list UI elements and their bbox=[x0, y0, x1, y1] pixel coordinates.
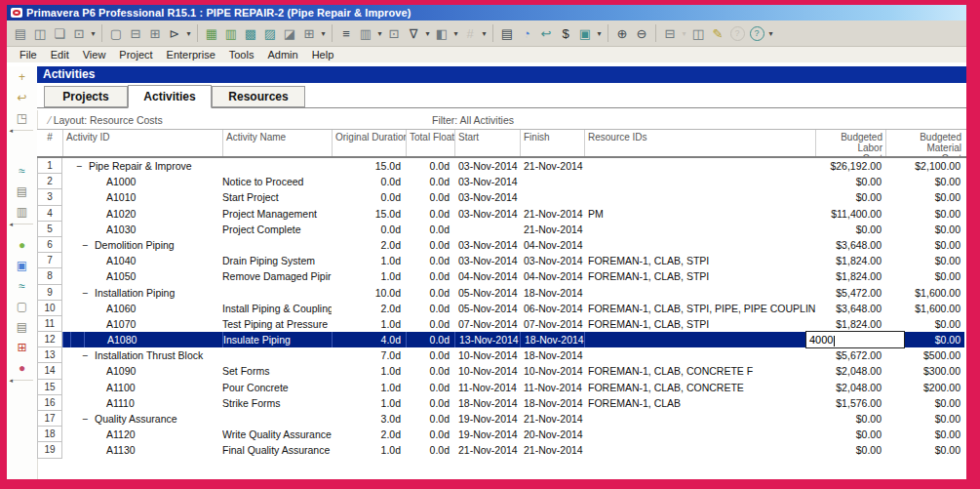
table-row-group[interactable]: 9−Installation Piping10.0d0.0d05-Nov-201… bbox=[37, 285, 966, 301]
assign-dropdown[interactable]: ▾ bbox=[595, 23, 604, 43]
resource-ids[interactable] bbox=[584, 174, 815, 189]
start-date[interactable]: 05-Nov-2014 bbox=[454, 301, 520, 316]
start-date[interactable]: 07-Nov-2014 bbox=[454, 316, 520, 332]
resource-ids[interactable] bbox=[584, 332, 815, 347]
resource-ids[interactable] bbox=[584, 411, 815, 427]
menu-enterprise[interactable]: Enterprise bbox=[160, 49, 222, 61]
finish-date[interactable]: 04-Nov-2014 bbox=[520, 268, 584, 284]
total-float[interactable]: 0.0d bbox=[406, 222, 454, 237]
activity-name[interactable]: Insulate Piping bbox=[222, 332, 332, 347]
activity-name[interactable]: Write Quality Assurance bbox=[222, 427, 332, 442]
columns-dropdown[interactable]: ▾ bbox=[375, 23, 384, 43]
activity-name[interactable]: Install Piping & Coupling: bbox=[222, 301, 332, 316]
notebook-icon[interactable]: ✎ bbox=[708, 23, 727, 43]
table-row[interactable]: 2A1000Notice to Proceed0.0d0.0d03-Nov-20… bbox=[37, 174, 966, 189]
resource-ids[interactable]: FOREMAN-1, CLAB, STPI bbox=[584, 253, 815, 268]
resource-ids[interactable] bbox=[584, 189, 815, 205]
total-float[interactable]: 0.0d bbox=[406, 427, 454, 442]
new-window-icon[interactable]: ▢ bbox=[106, 23, 126, 43]
total-float[interactable]: 0.0d bbox=[406, 237, 454, 253]
activity-id[interactable]: A1010 bbox=[62, 189, 222, 205]
finish-date[interactable]: 21-Nov-2014 bbox=[520, 158, 584, 174]
activity-id[interactable]: A1100 bbox=[62, 380, 222, 395]
detach-window-icon[interactable]: ⊟ bbox=[126, 23, 145, 43]
total-float[interactable]: 0.0d bbox=[406, 301, 454, 316]
budgeted-material-cost[interactable]: $500.00 bbox=[885, 347, 964, 363]
original-duration[interactable]: 2.0d bbox=[332, 237, 406, 253]
budgeted-labor-cost[interactable]: $0.00 bbox=[815, 222, 885, 237]
finish-date[interactable]: 06-Nov-2014 bbox=[520, 301, 584, 316]
activity-id[interactable]: A1090 bbox=[62, 363, 222, 379]
budgeted-labor-cost[interactable]: $5,672.00 bbox=[815, 347, 885, 363]
start-date[interactable]: 05-Nov-2014 bbox=[454, 285, 520, 301]
activity-details-icon[interactable]: ▤ bbox=[497, 23, 517, 43]
column-header-resource-ids[interactable]: Resource IDs bbox=[584, 130, 815, 156]
wbs-view-icon[interactable]: ▥ bbox=[221, 23, 241, 43]
activity-id[interactable]: A1050 bbox=[62, 268, 222, 284]
total-float[interactable]: 0.0d bbox=[406, 206, 454, 222]
finish-date[interactable]: 03-Nov-2014 bbox=[520, 253, 584, 268]
collapse-toggle-icon[interactable]: − bbox=[75, 158, 83, 174]
horizontal-split-icon[interactable]: ⊟ bbox=[660, 23, 680, 43]
table-row[interactable]: 14A1090Set Forms1.0d0.0d10-Nov-201410-No… bbox=[37, 363, 966, 379]
help-dropdown[interactable]: ▾ bbox=[766, 23, 775, 43]
collapse-toggle-icon[interactable]: − bbox=[81, 411, 89, 427]
start-date[interactable]: 10-Nov-2014 bbox=[454, 363, 520, 379]
table-row[interactable]: 7A1040Drain Piping System1.0d0.0d03-Nov-… bbox=[37, 253, 966, 268]
finish-date[interactable]: 21-Nov-2014 bbox=[520, 442, 584, 458]
activity-id[interactable]: A1070 bbox=[62, 316, 222, 332]
resource-ids[interactable]: FOREMAN-1, CLAB, CONCRETE F bbox=[584, 363, 815, 379]
find-dropdown[interactable]: ▾ bbox=[480, 23, 489, 43]
budgeted-labor-cost[interactable]: $3,648.00 bbox=[815, 237, 885, 253]
original-duration[interactable]: 0.0d bbox=[332, 222, 406, 237]
budgeted-labor-cost[interactable]: $1,824.00 bbox=[815, 316, 885, 332]
column-header--[interactable]: # bbox=[37, 130, 62, 156]
schedule-icon[interactable]: ≈ bbox=[14, 160, 31, 181]
menu-edit[interactable]: Edit bbox=[44, 49, 76, 61]
copy-icon[interactable]: ▣ bbox=[14, 255, 31, 275]
views-dropdown-icon[interactable]: ⊞ bbox=[299, 23, 319, 43]
activity-id[interactable]: −Installation Thrust Block bbox=[62, 347, 222, 363]
activity-name[interactable]: Final Quality Assurance bbox=[222, 442, 332, 458]
original-duration[interactable]: 4.0d bbox=[332, 332, 406, 347]
resource-ids[interactable] bbox=[584, 222, 815, 237]
activity-name[interactable] bbox=[222, 237, 332, 253]
finish-date[interactable]: 21-Nov-2014 bbox=[520, 206, 584, 222]
activity-id[interactable]: A1130 bbox=[62, 442, 222, 458]
budgeted-labor-cost[interactable]: $0.00 bbox=[815, 174, 885, 189]
activity-name[interactable] bbox=[222, 285, 332, 301]
budgeted-material-cost[interactable]: $0.00 bbox=[885, 222, 964, 237]
resource-ids[interactable]: FOREMAN-1, CLAB, STPI, PIPE, PIPE COUPLI… bbox=[584, 301, 815, 316]
activity-id[interactable]: A1060 bbox=[62, 301, 222, 316]
columns-icon[interactable]: ▥ bbox=[356, 23, 375, 43]
activity-id[interactable]: −Quality Assurance bbox=[62, 411, 222, 427]
budgeted-labor-cost[interactable]: $1,824.00 bbox=[815, 253, 885, 268]
activity-name[interactable]: Strike Forms bbox=[222, 395, 332, 411]
collapse-toggle-icon[interactable]: − bbox=[81, 347, 89, 363]
budgeted-material-cost[interactable]: $1,600.00 bbox=[885, 285, 964, 301]
start-date[interactable]: 21-Nov-2014 bbox=[454, 442, 520, 458]
activity-id[interactable]: −Demolition Piping bbox=[62, 237, 222, 253]
start-date[interactable]: 04-Nov-2014 bbox=[454, 268, 520, 284]
clipboard-icon[interactable]: ▤ bbox=[14, 316, 31, 337]
resource-ids[interactable] bbox=[584, 285, 815, 301]
table-row[interactable]: 16A1110Strike Forms1.0d0.0d18-Nov-201418… bbox=[37, 395, 966, 411]
add-activity-icon[interactable]: + bbox=[14, 66, 31, 87]
vertical-split-icon[interactable]: ◫ bbox=[688, 23, 708, 43]
zoom-out-icon[interactable]: ⊖ bbox=[632, 23, 651, 43]
filter-dropdown[interactable]: ▾ bbox=[423, 23, 432, 43]
publish-icon[interactable]: ⊡ bbox=[69, 23, 89, 43]
total-float[interactable]: 0.0d bbox=[406, 174, 454, 189]
resource-ids[interactable] bbox=[584, 158, 815, 174]
finish-date[interactable]: 18-Nov-2014 bbox=[520, 332, 584, 347]
activity-name[interactable]: Start Project bbox=[222, 189, 332, 205]
finish-date[interactable]: 18-Nov-2014 bbox=[520, 285, 584, 301]
original-duration[interactable]: 7.0d bbox=[332, 347, 406, 363]
table-row[interactable]: 4A1020Project Management15.0d0.0d03-Nov-… bbox=[37, 206, 966, 222]
filter-icon[interactable]: ∇ bbox=[404, 23, 423, 43]
activity-name[interactable]: Remove Damaged Pipir bbox=[222, 268, 332, 284]
table-row-group[interactable]: 13−Installation Thrust Block7.0d0.0d10-N… bbox=[37, 347, 966, 363]
budgeted-labor-cost[interactable]: $0.00 bbox=[815, 411, 885, 427]
resource-ids[interactable]: FOREMAN-1, CLAB, CONCRETE bbox=[584, 380, 815, 395]
timescale-icon[interactable]: ⊡ bbox=[384, 23, 404, 43]
